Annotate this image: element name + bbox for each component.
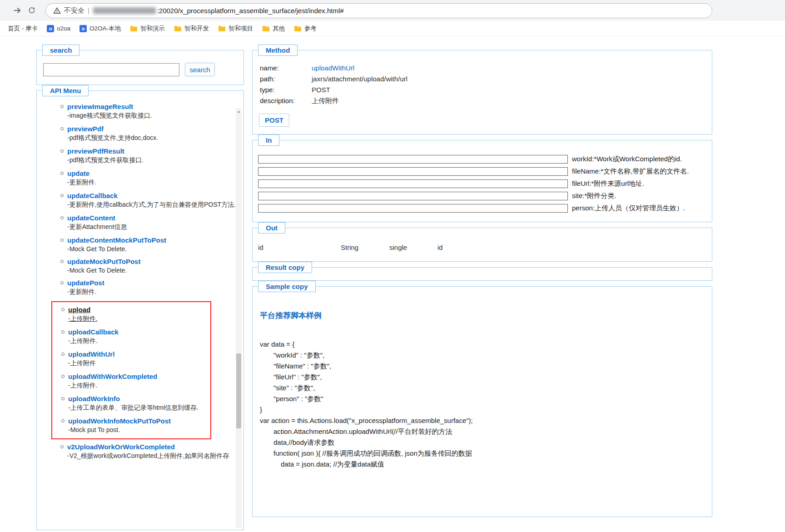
scrollbar-thumb[interactable] (236, 353, 241, 428)
menu-item-v2uploadworkorworkcompleted: v2UploadWorkOrWorkCompleted -V2_根据work或w… (60, 443, 239, 460)
api-link[interactable]: v2UploadWorkOrWorkCompleted (67, 443, 175, 451)
scrollbar-up-arrow[interactable]: ▲ (236, 108, 242, 115)
api-desc: -更新Attachment信息 (67, 223, 239, 231)
bookmark-o2oa[interactable]: o o2oa (43, 24, 75, 34)
api-link[interactable]: uploadWorkInfo (68, 395, 120, 403)
bullet-icon (60, 260, 64, 263)
result-copy-legend: Result copy (258, 262, 312, 273)
menu-item-updatepost: updatePost -更新附件. (60, 279, 239, 296)
api-desc: -Mock put To post. (68, 426, 210, 433)
menu-item-previewpdf: previewPdf -pdf格式预览文件,支持doc,docx. (60, 125, 239, 142)
api-link[interactable]: update (67, 169, 89, 177)
sample-title: 平台推荐脚本样例 (260, 310, 707, 321)
code-line: "workId" : "参数", (273, 350, 707, 361)
api-desc: -上传附件 (68, 359, 210, 368)
address-bar[interactable]: 不安全 | :20020/x_processplatform_assemble_… (45, 3, 712, 18)
method-type-label: type: (260, 86, 312, 94)
bullet-icon (60, 149, 64, 153)
sample-copy-panel: Sample copy 平台推荐脚本样例 var data = { "workI… (252, 281, 712, 517)
bookmark-label: 智和项目 (229, 25, 253, 33)
bullet-icon (60, 127, 64, 130)
code-line: data,//body请求参数 (273, 437, 707, 448)
folder-icon (130, 25, 138, 32)
bookmark-folder-zhihe-demo[interactable]: 智和演示 (126, 23, 169, 34)
folder-icon (262, 25, 270, 32)
out-field-description: id (437, 244, 443, 251)
api-desc: -更新附件. (67, 288, 239, 296)
api-link[interactable]: updateContent (67, 214, 115, 222)
api-desc: -pdf格式预览文件,支持doc,docx. (67, 134, 239, 142)
param-row-site: site:*附件分类. (258, 192, 707, 200)
out-field-name: id (258, 244, 341, 251)
search-input[interactable] (43, 63, 179, 76)
param-label-site: site:*附件分类. (572, 192, 616, 200)
param-input-site[interactable] (258, 192, 568, 200)
menu-item-uploadworkinfo: uploadWorkInfo -上传工单的表单、审批记录等html信息到缓存. (61, 395, 210, 412)
method-name-value[interactable]: uploadWithUrl (312, 64, 705, 72)
method-description-label: description: (260, 97, 312, 105)
api-link[interactable]: updateCallback (67, 192, 118, 199)
menu-item-update: update -更新附件. (60, 169, 239, 187)
bullet-icon (61, 397, 65, 400)
api-desc: -image格式预览文件获取接口. (67, 112, 239, 120)
menu-item-previewpdfresult: previewPdfResult -pdf格式预览文件获取接口. (60, 147, 239, 164)
api-link[interactable]: updateMockPutToPost (67, 258, 140, 265)
page-content: search search API Menu previewImageResul… (0, 36, 785, 530)
code-line: "person" : "参数" (273, 393, 707, 404)
left-column: search search API Menu previewImageResul… (36, 45, 244, 530)
api-link[interactable]: previewPdf (67, 125, 104, 133)
code-line: var action = this.Actions.load("x_proces… (260, 415, 707, 426)
search-panel: search search (36, 45, 244, 85)
api-link[interactable]: uploadCallback (68, 328, 119, 336)
reload-button[interactable] (25, 3, 39, 18)
code-line: "site" : "参数", (273, 383, 707, 393)
reload-icon (28, 6, 36, 15)
api-link[interactable]: updatePost (67, 279, 104, 287)
api-link[interactable]: uploadWithWorkCompleted (68, 373, 157, 380)
api-link[interactable]: upload (68, 306, 90, 313)
forward-button[interactable] (10, 3, 25, 18)
menu-item-previewimageresult: previewImageResult -image格式预览文件获取接口. (60, 103, 239, 120)
url-text: :20020/x_processplatform_assemble_surfac… (157, 7, 344, 15)
param-input-filename[interactable] (258, 167, 568, 176)
bullet-icon (61, 375, 65, 378)
bookmark-folder-other[interactable]: 其他 (258, 23, 289, 34)
method-name-label: name: (260, 64, 312, 72)
api-link[interactable]: uploadWorkInfoMockPutToPost (68, 417, 171, 425)
method-legend: Method (258, 45, 298, 56)
in-panel: In workId:*Work或WorkCompleted的id. fileNa… (252, 134, 712, 222)
bullet-icon (60, 445, 64, 448)
bookmark-folder-zhihe-project[interactable]: 智和项目 (214, 23, 257, 34)
api-menu-legend: API Menu (42, 85, 89, 96)
api-link[interactable]: previewImageResult (67, 103, 133, 110)
param-input-person[interactable] (258, 204, 568, 213)
api-desc: -上传附件. (68, 315, 210, 323)
bullet-icon (60, 281, 64, 284)
post-button[interactable]: POST (259, 114, 289, 127)
code-line: action.AttachmentAction.uploadWithUrl(//… (273, 426, 707, 437)
param-input-workid[interactable] (258, 155, 568, 164)
menu-item-updatecontent: updateContent -更新Attachment信息 (60, 214, 239, 231)
search-legend: search (42, 45, 79, 56)
bookmark-folder-zhihe-dev[interactable]: 智和开发 (170, 23, 213, 34)
param-label-person: person:上传人员（仅对管理员生效）. (572, 204, 685, 213)
param-input-fileurl[interactable] (258, 179, 568, 188)
api-menu-panel: API Menu previewImageResult -image格式预览文件… (36, 85, 244, 530)
api-menu-list: previewImageResult -image格式预览文件获取接口. pre… (41, 99, 239, 465)
param-label-fileurl: fileUrl:*附件来源url地址. (572, 179, 644, 188)
not-secure-label: 不安全 (64, 6, 84, 15)
bullet-icon (60, 194, 64, 197)
api-link[interactable]: updateContentMockPutToPost (67, 236, 166, 244)
bookmark-folder-reference[interactable]: 参考 (290, 23, 321, 34)
method-type-value: POST (312, 86, 705, 94)
search-button[interactable]: search (185, 63, 215, 76)
bookmark-homepage-moka[interactable]: 首页 - 摩卡 (4, 23, 42, 34)
bookmark-label: 智和演示 (140, 25, 165, 33)
code-line: } (260, 404, 707, 415)
menu-item-upload-selected: upload -上传附件. (61, 306, 210, 323)
bookmark-o2oa-local[interactable]: o O2OA-本地 (75, 23, 125, 34)
browser-toolbar: 不安全 | :20020/x_processplatform_assemble_… (0, 0, 785, 21)
scrollbar[interactable]: ▲ (236, 108, 242, 528)
api-link[interactable]: uploadWithUrl (68, 350, 114, 358)
api-link[interactable]: previewPdfResult (67, 147, 124, 155)
